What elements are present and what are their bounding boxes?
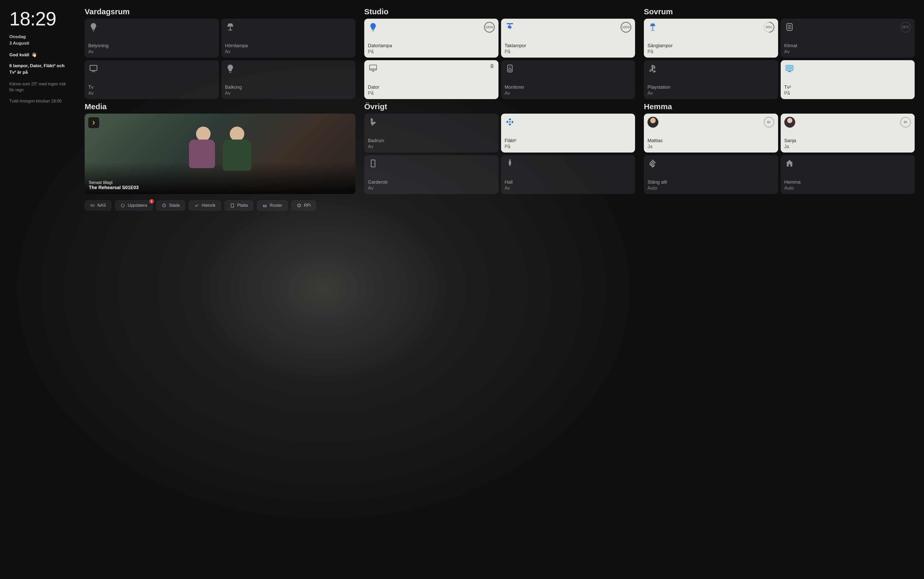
chip-nas[interactable]: NAS — [85, 200, 112, 211]
tile-person-mattias[interactable]: 6h MattiasJa — [644, 114, 778, 152]
floor-lamp-icon — [648, 22, 658, 32]
bulb-icon — [368, 22, 378, 32]
avatar — [784, 117, 795, 128]
tile-name: Sanja — [784, 138, 911, 144]
tile-name: Playstation — [648, 84, 775, 90]
tile-stang-allt[interactable]: Stäng alltAuto — [644, 155, 778, 194]
room-title: Sovrum — [644, 7, 915, 16]
room-hemma: Hemma 6h MattiasJa 9h Sa — [644, 102, 915, 194]
door-icon — [368, 158, 378, 168]
chip-label: Städa — [169, 203, 180, 208]
tile-name: Mattias — [648, 138, 775, 144]
chip-rpi[interactable]: RPi — [291, 200, 316, 211]
wave-icon: 👋🏻 — [31, 52, 37, 57]
tile-name: Datorlampa — [368, 43, 495, 49]
tile-name: Hemma — [784, 179, 911, 185]
tile-name: Monitorer — [505, 84, 632, 90]
house-icon — [784, 158, 795, 168]
chip-uppdatera[interactable]: Uppdatera1 — [115, 200, 153, 211]
bulb-icon — [88, 22, 98, 32]
laundry-summary: Tvätt imorgon klockan 19:00 — [9, 98, 69, 104]
tile-name: Balkong — [225, 84, 352, 90]
greeting: God kväll 👋🏻 — [9, 52, 85, 57]
tile-name: Garderob — [368, 179, 495, 185]
clock-date: Onsdag 3 Augusti — [9, 34, 85, 46]
tile-garderob[interactable]: GarderobAv — [364, 155, 499, 194]
chip-stada[interactable]: Städa — [156, 200, 185, 211]
media-sub-label: Senast tillagt — [89, 180, 351, 185]
computer-icon — [368, 63, 378, 74]
tile-balkong[interactable]: BalkongAv — [222, 60, 356, 99]
tile-datorlampa[interactable]: 100% DatorlampaPå — [364, 19, 499, 57]
summary: 6 lampor, Dator, Fläkt² och Tv² är på — [9, 63, 72, 75]
brightness-ring: 100% — [484, 22, 495, 33]
tile-state: Av — [88, 90, 215, 96]
tile-monitorer[interactable]: MonitorerAv — [501, 60, 635, 99]
tile-hemma-auto[interactable]: HemmaAuto — [781, 155, 915, 194]
tile-sanglampor[interactable]: 50% SänglamporPå — [644, 19, 778, 57]
tile-name: Belysning — [88, 43, 215, 49]
speaker-icon — [505, 63, 515, 74]
tile-name: Fläkt² — [505, 138, 632, 144]
refresh-icon — [120, 203, 125, 208]
tile-tv[interactable]: TvAv — [85, 60, 219, 99]
tile-state: Ja — [784, 144, 911, 150]
media-title: The Rehearsal S01E03 — [89, 185, 351, 190]
fan-icon — [505, 117, 515, 127]
lock-icon — [489, 63, 495, 69]
tv-icon — [784, 63, 795, 74]
chip-platta[interactable]: Platta — [225, 200, 253, 211]
lamp-icon — [225, 22, 235, 32]
tile-state: På — [368, 49, 495, 55]
room-sovrum: Sovrum 50% SänglamporPå 25°C — [644, 7, 915, 99]
tile-name: Klimat — [784, 43, 911, 49]
tile-name: Sänglampor — [648, 43, 775, 49]
tile-taklampor[interactable]: 100% TaklamporPå — [501, 19, 635, 57]
tile-badrum[interactable]: BadrumAv — [364, 114, 499, 152]
tile-state: Av — [505, 90, 632, 96]
tile-state: Av — [368, 185, 495, 191]
temperature-ring: 25°C — [900, 22, 911, 33]
sidebar: 18:29 Onsdag 3 Augusti God kväll 👋🏻 6 la… — [9, 7, 85, 574]
time-ring: 9h — [900, 117, 911, 128]
tile-person-sanja[interactable]: 9h SanjaJa — [781, 114, 915, 152]
room-title: Övrigt — [364, 102, 635, 111]
room-title: Vardagsrum — [85, 7, 355, 16]
tile-state: Av — [784, 49, 911, 55]
tile-state: Av — [225, 90, 352, 96]
chip-label: RPi — [304, 203, 311, 208]
tile-state: På — [505, 144, 632, 150]
weather-summary: Känns som 23° med ingen risk för regn — [9, 81, 69, 93]
tile-flakt2[interactable]: Fläkt²På — [501, 114, 635, 152]
room-title: Media — [85, 102, 355, 111]
clap-icon — [648, 158, 658, 168]
tile-dator[interactable]: DatorPå — [364, 60, 499, 99]
tile-playstation[interactable]: PlaystationAv — [644, 60, 778, 99]
tile-name: Dator — [368, 84, 495, 90]
greeting-text: God kväll — [9, 52, 30, 57]
tv-icon — [88, 63, 98, 74]
tile-hornlampa[interactable]: HörnlampaAv — [222, 19, 356, 57]
bulb-icon — [225, 63, 235, 74]
tile-klimat[interactable]: 25°C KlimatAv — [781, 19, 915, 57]
clock-time: 18:29 — [9, 9, 85, 29]
tablet-icon — [230, 203, 235, 208]
tile-name: Hörnlampa — [225, 43, 352, 49]
chip-router[interactable]: Router — [257, 200, 288, 211]
tile-state: Av — [505, 185, 632, 191]
tile-tv2[interactable]: Tv²På — [781, 60, 915, 99]
date-label: 3 Augusti — [9, 41, 30, 46]
room-studio: Studio 100% DatorlampaPå 100% — [364, 7, 635, 99]
router-icon — [263, 203, 267, 208]
tile-state: På — [505, 49, 632, 55]
brightness-ring: 100% — [620, 22, 632, 33]
tile-media-recent[interactable]: Senast tillagt The Rehearsal S01E03 — [85, 114, 355, 194]
chip-label: Platta — [237, 203, 248, 208]
chip-label: Historik — [202, 203, 215, 208]
tile-hall[interactable]: HallAv — [501, 155, 635, 194]
chip-label: Router — [270, 203, 282, 208]
chip-historik[interactable]: Historik — [189, 200, 221, 211]
tile-belysning[interactable]: BelysningAv — [85, 19, 219, 57]
tile-state: På — [648, 49, 775, 55]
tile-state: Ja — [648, 144, 775, 150]
